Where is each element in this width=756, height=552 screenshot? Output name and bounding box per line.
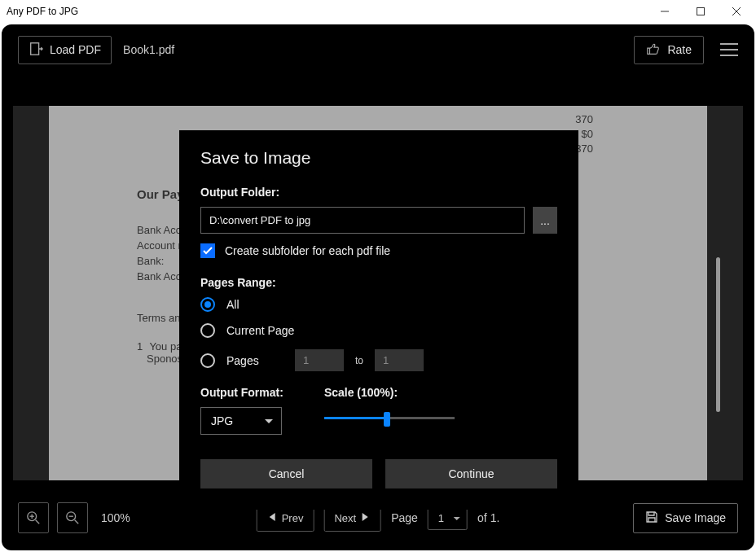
- create-subfolder-label: Create subfolder for each pdf file: [225, 244, 390, 257]
- page-label: Page: [391, 511, 418, 524]
- zoom-out-button[interactable]: [57, 502, 88, 533]
- radio-all[interactable]: [200, 297, 215, 312]
- load-pdf-button[interactable]: Load PDF: [18, 36, 112, 64]
- scale-slider[interactable]: [324, 407, 455, 430]
- create-subfolder-checkbox[interactable]: [200, 243, 215, 258]
- app-frame: Load PDF Book1.pdf Rate 370 $0 370 Our P…: [2, 24, 754, 550]
- close-button[interactable]: [719, 0, 754, 23]
- radio-pages[interactable]: [200, 353, 215, 368]
- pages-to-input[interactable]: [375, 349, 424, 371]
- save-image-button[interactable]: Save Image: [633, 503, 738, 533]
- save-icon: [645, 510, 658, 526]
- maximize-button[interactable]: [683, 0, 719, 23]
- rate-button[interactable]: Rate: [634, 36, 704, 64]
- cancel-button[interactable]: Cancel: [200, 459, 372, 488]
- zoom-in-button[interactable]: [18, 502, 49, 533]
- output-folder-label: Output Folder:: [200, 186, 557, 199]
- pages-from-input[interactable]: [295, 349, 344, 371]
- scale-label: Scale (100%):: [324, 386, 557, 399]
- dialog-title: Save to Image: [200, 148, 557, 168]
- rate-label: Rate: [667, 43, 692, 56]
- svg-rect-4: [31, 42, 39, 54]
- load-pdf-icon: [29, 42, 43, 59]
- vertical-scrollbar[interactable]: [716, 257, 720, 412]
- top-toolbar: Load PDF Book1.pdf Rate: [2, 24, 754, 75]
- output-folder-input[interactable]: [200, 207, 525, 234]
- hamburger-menu-icon[interactable]: [720, 43, 738, 56]
- page-of-label: of 1.: [477, 511, 499, 524]
- window-title: Any PDF to JPG: [7, 6, 647, 17]
- svg-line-6: [36, 520, 40, 524]
- browse-folder-button[interactable]: ...: [533, 207, 557, 234]
- minimize-button[interactable]: [647, 0, 683, 23]
- svg-rect-1: [697, 8, 705, 15]
- continue-button[interactable]: Continue: [385, 459, 557, 488]
- save-to-image-dialog: Save to Image Output Folder: ... Create …: [179, 130, 578, 510]
- pages-range-label: Pages Range:: [200, 276, 557, 289]
- current-filename: Book1.pdf: [123, 43, 174, 56]
- skip-prev-icon: [267, 512, 277, 524]
- radio-current-page[interactable]: [200, 323, 215, 338]
- load-pdf-label: Load PDF: [50, 43, 101, 56]
- output-format-select[interactable]: JPG: [200, 407, 282, 435]
- titlebar: Any PDF to JPG: [0, 0, 756, 23]
- skip-next-icon: [361, 512, 371, 524]
- svg-line-10: [75, 520, 79, 524]
- output-format-label: Output Format:: [200, 386, 284, 399]
- thumbs-up-icon: [646, 42, 661, 59]
- zoom-percent: 100%: [101, 511, 130, 524]
